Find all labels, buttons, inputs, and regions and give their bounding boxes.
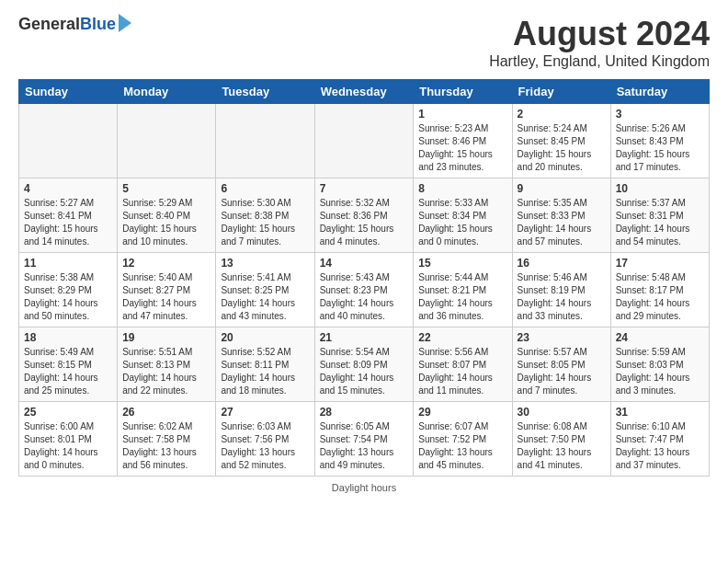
table-row: 1Sunrise: 5:23 AMSunset: 8:46 PMDaylight… (414, 104, 512, 178)
col-sunday: Sunday (19, 80, 118, 104)
day-number: 5 (122, 182, 210, 195)
day-number: 28 (320, 406, 409, 419)
day-number: 19 (122, 331, 210, 344)
day-number: 10 (616, 182, 704, 195)
day-number: 14 (320, 257, 409, 270)
table-row: 31Sunrise: 6:10 AMSunset: 7:47 PMDayligh… (610, 402, 709, 477)
table-row: 13Sunrise: 5:41 AMSunset: 8:25 PMDayligh… (216, 253, 314, 327)
day-number: 31 (616, 406, 704, 419)
page-title: August 2024 (489, 15, 710, 53)
day-number: 30 (518, 406, 606, 419)
day-info: Sunrise: 5:57 AMSunset: 8:05 PMDaylight:… (518, 347, 592, 396)
header: General Blue August 2024 Hartley, Englan… (18, 15, 710, 70)
footer-note: Daylight hours (18, 482, 710, 493)
table-row (118, 104, 216, 178)
day-info: Sunrise: 5:49 AMSunset: 8:15 PMDaylight:… (24, 347, 98, 396)
table-row: 5Sunrise: 5:29 AMSunset: 8:40 PMDaylight… (118, 178, 216, 253)
day-info: Sunrise: 5:51 AMSunset: 8:13 PMDaylight:… (122, 347, 197, 396)
calendar-week-3: 11Sunrise: 5:38 AMSunset: 8:29 PMDayligh… (19, 253, 710, 327)
day-number: 18 (24, 331, 112, 344)
day-info: Sunrise: 5:40 AMSunset: 8:27 PMDaylight:… (122, 272, 197, 321)
title-section: August 2024 Hartley, England, United Kin… (489, 15, 710, 70)
location-subtitle: Hartley, England, United Kingdom (489, 53, 710, 70)
day-info: Sunrise: 5:38 AMSunset: 8:29 PMDaylight:… (24, 272, 98, 321)
col-wednesday: Wednesday (314, 80, 414, 104)
day-info: Sunrise: 6:03 AMSunset: 7:56 PMDaylight:… (221, 421, 295, 470)
table-row: 14Sunrise: 5:43 AMSunset: 8:23 PMDayligh… (314, 253, 414, 327)
table-row: 29Sunrise: 6:07 AMSunset: 7:52 PMDayligh… (414, 402, 512, 477)
table-row: 24Sunrise: 5:59 AMSunset: 8:03 PMDayligh… (610, 327, 709, 402)
day-number: 8 (418, 182, 506, 195)
day-info: Sunrise: 5:37 AMSunset: 8:31 PMDaylight:… (616, 198, 690, 247)
day-info: Sunrise: 6:10 AMSunset: 7:47 PMDaylight:… (616, 421, 690, 470)
day-number: 21 (320, 331, 409, 344)
table-row: 18Sunrise: 5:49 AMSunset: 8:15 PMDayligh… (19, 327, 118, 402)
day-number: 16 (518, 257, 606, 270)
day-info: Sunrise: 6:07 AMSunset: 7:52 PMDaylight:… (418, 421, 493, 470)
day-info: Sunrise: 6:00 AMSunset: 8:01 PMDaylight:… (24, 421, 98, 470)
day-info: Sunrise: 5:48 AMSunset: 8:17 PMDaylight:… (616, 272, 690, 321)
day-number: 27 (221, 406, 309, 419)
day-number: 6 (221, 182, 309, 195)
day-info: Sunrise: 5:35 AMSunset: 8:33 PMDaylight:… (518, 198, 592, 247)
day-info: Sunrise: 6:08 AMSunset: 7:50 PMDaylight:… (518, 421, 592, 470)
day-number: 3 (616, 108, 704, 121)
logo-arrow-icon (119, 14, 131, 32)
day-info: Sunrise: 5:27 AMSunset: 8:41 PMDaylight:… (24, 198, 98, 247)
day-number: 22 (418, 331, 506, 344)
day-number: 23 (518, 331, 606, 344)
table-row: 6Sunrise: 5:30 AMSunset: 8:38 PMDaylight… (216, 178, 314, 253)
col-tuesday: Tuesday (216, 80, 314, 104)
day-info: Sunrise: 5:44 AMSunset: 8:21 PMDaylight:… (418, 272, 493, 321)
calendar-table: Sunday Monday Tuesday Wednesday Thursday… (18, 79, 710, 477)
day-info: Sunrise: 5:54 AMSunset: 8:09 PMDaylight:… (320, 347, 394, 396)
table-row: 7Sunrise: 5:32 AMSunset: 8:36 PMDaylight… (314, 178, 414, 253)
day-number: 2 (518, 108, 606, 121)
calendar-header-row: Sunday Monday Tuesday Wednesday Thursday… (19, 80, 710, 104)
table-row: 27Sunrise: 6:03 AMSunset: 7:56 PMDayligh… (216, 402, 314, 477)
table-row: 16Sunrise: 5:46 AMSunset: 8:19 PMDayligh… (512, 253, 610, 327)
table-row: 15Sunrise: 5:44 AMSunset: 8:21 PMDayligh… (414, 253, 512, 327)
logo-general-text: General (18, 15, 80, 34)
day-info: Sunrise: 5:23 AMSunset: 8:46 PMDaylight:… (418, 123, 493, 172)
calendar-week-1: 1Sunrise: 5:23 AMSunset: 8:46 PMDaylight… (19, 104, 710, 178)
day-number: 29 (418, 406, 506, 419)
table-row: 22Sunrise: 5:56 AMSunset: 8:07 PMDayligh… (414, 327, 512, 402)
calendar-week-2: 4Sunrise: 5:27 AMSunset: 8:41 PMDaylight… (19, 178, 710, 253)
table-row: 19Sunrise: 5:51 AMSunset: 8:13 PMDayligh… (118, 327, 216, 402)
day-number: 12 (122, 257, 210, 270)
table-row: 21Sunrise: 5:54 AMSunset: 8:09 PMDayligh… (314, 327, 414, 402)
daylight-label: Daylight hours (332, 482, 396, 493)
day-number: 11 (24, 257, 112, 270)
table-row: 8Sunrise: 5:33 AMSunset: 8:34 PMDaylight… (414, 178, 512, 253)
table-row: 2Sunrise: 5:24 AMSunset: 8:45 PMDaylight… (512, 104, 610, 178)
table-row: 4Sunrise: 5:27 AMSunset: 8:41 PMDaylight… (19, 178, 118, 253)
col-thursday: Thursday (414, 80, 512, 104)
day-info: Sunrise: 5:43 AMSunset: 8:23 PMDaylight:… (320, 272, 394, 321)
day-info: Sunrise: 5:46 AMSunset: 8:19 PMDaylight:… (518, 272, 592, 321)
day-info: Sunrise: 6:05 AMSunset: 7:54 PMDaylight:… (320, 421, 394, 470)
day-info: Sunrise: 5:29 AMSunset: 8:40 PMDaylight:… (122, 198, 197, 247)
day-number: 20 (221, 331, 309, 344)
table-row: 10Sunrise: 5:37 AMSunset: 8:31 PMDayligh… (610, 178, 709, 253)
day-number: 1 (418, 108, 506, 121)
day-info: Sunrise: 5:26 AMSunset: 8:43 PMDaylight:… (616, 123, 690, 172)
day-info: Sunrise: 6:02 AMSunset: 7:58 PMDaylight:… (122, 421, 197, 470)
table-row: 26Sunrise: 6:02 AMSunset: 7:58 PMDayligh… (118, 402, 216, 477)
day-info: Sunrise: 5:32 AMSunset: 8:36 PMDaylight:… (320, 198, 394, 247)
table-row: 23Sunrise: 5:57 AMSunset: 8:05 PMDayligh… (512, 327, 610, 402)
table-row: 28Sunrise: 6:05 AMSunset: 7:54 PMDayligh… (314, 402, 414, 477)
table-row (19, 104, 118, 178)
table-row: 12Sunrise: 5:40 AMSunset: 8:27 PMDayligh… (118, 253, 216, 327)
day-number: 25 (24, 406, 112, 419)
calendar-week-4: 18Sunrise: 5:49 AMSunset: 8:15 PMDayligh… (19, 327, 710, 402)
day-number: 9 (518, 182, 606, 195)
calendar-week-5: 25Sunrise: 6:00 AMSunset: 8:01 PMDayligh… (19, 402, 710, 477)
day-number: 26 (122, 406, 210, 419)
table-row: 17Sunrise: 5:48 AMSunset: 8:17 PMDayligh… (610, 253, 709, 327)
table-row: 9Sunrise: 5:35 AMSunset: 8:33 PMDaylight… (512, 178, 610, 253)
day-number: 15 (418, 257, 506, 270)
table-row (314, 104, 414, 178)
table-row: 3Sunrise: 5:26 AMSunset: 8:43 PMDaylight… (610, 104, 709, 178)
day-info: Sunrise: 5:30 AMSunset: 8:38 PMDaylight:… (221, 198, 295, 247)
